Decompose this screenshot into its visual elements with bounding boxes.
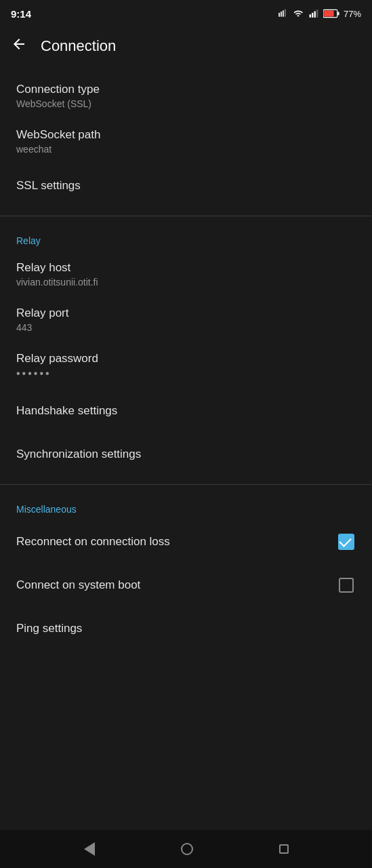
setting-relay-host[interactable]: Relay host vivian.otitsunii.otit.fi <box>0 252 372 297</box>
svg-rect-2 <box>283 10 284 16</box>
battery-level: 77% <box>344 9 361 19</box>
websocket-path-label: WebSocket path <box>16 128 356 142</box>
status-time: 9:14 <box>11 8 31 20</box>
section-relay: Relay Relay host vivian.otitsunii.otit.f… <box>0 219 372 481</box>
svg-rect-4 <box>310 14 311 18</box>
svg-rect-3 <box>285 9 286 17</box>
divider-2 <box>0 484 372 485</box>
sim-icon <box>277 9 288 18</box>
setting-relay-port[interactable]: Relay port 443 <box>0 297 372 342</box>
section-connection: Connection type WebSocket (SSL) WebSocke… <box>0 68 372 213</box>
status-bar: 9:14 77% <box>0 0 372 24</box>
setting-ping-settings[interactable]: Ping settings <box>0 607 372 650</box>
miscellaneous-section-header: Miscellaneous <box>0 493 372 520</box>
main-content: Connection type WebSocket (SSL) WebSocke… <box>0 68 372 830</box>
relay-section-header: Relay <box>0 224 372 252</box>
nav-recents-button[interactable] <box>279 844 289 854</box>
setting-reconnect-on-connection-loss[interactable]: Reconnect on connection loss <box>0 520 372 564</box>
nav-recents-icon <box>279 844 289 854</box>
connect-boot-checkbox-unchecked[interactable] <box>339 578 354 593</box>
back-button[interactable] <box>11 36 27 56</box>
svg-rect-7 <box>316 9 318 18</box>
svg-rect-9 <box>337 12 339 16</box>
reconnect-checkbox-checked[interactable] <box>338 534 354 550</box>
nav-home-button[interactable] <box>181 843 193 855</box>
setting-ssl-settings[interactable]: SSL settings <box>0 164 372 208</box>
svg-rect-0 <box>278 13 280 17</box>
wifi-icon <box>292 9 304 18</box>
connection-type-label: Connection type <box>16 83 356 96</box>
setting-connection-type[interactable]: Connection type WebSocket (SSL) <box>0 73 372 119</box>
setting-handshake-settings[interactable]: Handshake settings <box>0 389 372 433</box>
relay-port-value: 443 <box>16 322 356 333</box>
relay-password-label: Relay password <box>16 352 356 366</box>
handshake-settings-label: Handshake settings <box>16 404 356 418</box>
battery-icon <box>323 9 339 18</box>
setting-relay-password[interactable]: Relay password •••••• <box>0 342 372 389</box>
relay-host-label: Relay host <box>16 261 356 275</box>
svg-rect-6 <box>314 12 316 18</box>
nav-home-icon <box>181 843 193 855</box>
setting-websocket-path[interactable]: WebSocket path weechat <box>0 119 372 164</box>
connect-boot-checkbox-container[interactable] <box>337 576 356 595</box>
websocket-path-value: weechat <box>16 144 356 155</box>
setting-synchronization-settings[interactable]: Synchronization settings <box>0 433 372 476</box>
reconnect-checkbox-container[interactable] <box>337 532 356 551</box>
svg-rect-10 <box>324 11 333 17</box>
connection-type-value: WebSocket (SSL) <box>16 98 356 109</box>
section-miscellaneous: Miscellaneous Reconnect on connection lo… <box>0 488 372 656</box>
relay-port-label: Relay port <box>16 307 356 320</box>
nav-back-button[interactable] <box>84 842 95 856</box>
svg-rect-1 <box>281 12 282 17</box>
status-icons: 77% <box>277 9 361 19</box>
relay-host-value: vivian.otitsunii.otit.fi <box>16 277 356 288</box>
ping-settings-label: Ping settings <box>16 622 356 635</box>
ssl-settings-label: SSL settings <box>16 179 356 193</box>
nav-back-icon <box>84 842 95 856</box>
reconnect-label: Reconnect on connection loss <box>16 535 337 549</box>
connect-boot-label: Connect on system boot <box>16 578 337 592</box>
top-bar: Connection <box>0 24 372 68</box>
setting-connect-on-system-boot[interactable]: Connect on system boot <box>0 564 372 607</box>
synchronization-settings-label: Synchronization settings <box>16 448 356 461</box>
divider-1 <box>0 216 372 216</box>
svg-rect-5 <box>312 13 313 18</box>
navigation-bar <box>0 830 372 868</box>
signal-icon <box>308 9 319 18</box>
page-title: Connection <box>41 37 116 55</box>
relay-password-value: •••••• <box>16 368 356 380</box>
